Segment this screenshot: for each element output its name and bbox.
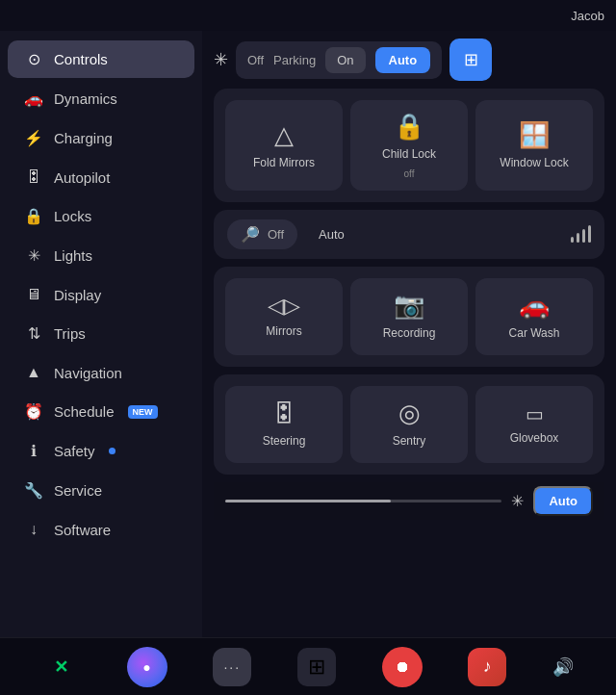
user-name: Jacob: [571, 9, 604, 23]
bar-1: [571, 237, 574, 243]
navigation-icon: ▲: [23, 364, 44, 381]
window-lock-button[interactable]: 🪟 Window Lock: [475, 100, 593, 191]
car-wash-icon: 🚗: [519, 291, 550, 321]
sidebar-label-schedule: Schedule: [54, 403, 115, 420]
sidebar-label-dynamics: Dynamics: [54, 90, 117, 107]
music-button[interactable]: ♪: [468, 648, 506, 686]
steering-button[interactable]: 🎛 Steering: [225, 386, 343, 463]
mirror-auto-label: Auto: [309, 221, 354, 247]
window-lock-label: Window Lock: [500, 156, 568, 171]
brightness-sun-icon: ✳: [511, 492, 524, 510]
sidebar-item-schedule[interactable]: ⏰ Schedule NEW: [8, 393, 194, 430]
mirror-toggle-icon: 🔎: [241, 225, 260, 244]
child-lock-button[interactable]: 🔒 Child Lock off: [350, 100, 468, 191]
bottom-brightness-bar: ✳ Auto: [214, 482, 604, 520]
sidebar-item-display[interactable]: 🖥 Display: [8, 276, 194, 313]
sidebar-item-service[interactable]: 🔧 Service: [8, 472, 194, 509]
recording-button[interactable]: 📷 Recording: [350, 278, 468, 355]
display-icon: 🖥: [23, 286, 44, 303]
sidebar-label-service: Service: [54, 482, 102, 499]
software-icon: ↓: [23, 521, 44, 538]
sidebar-item-controls[interactable]: ⊙ Controls: [8, 40, 194, 78]
sentry-icon: ◎: [398, 399, 421, 428]
sidebar-item-locks[interactable]: 🔒 Locks: [8, 197, 194, 235]
glovebox-icon: ▭: [526, 402, 544, 425]
sidebar-label-locks: Locks: [54, 208, 91, 224]
sentry-label: Sentry: [393, 434, 426, 450]
on-button[interactable]: On: [325, 47, 365, 73]
mirrors-icon: ◁▷: [268, 294, 300, 319]
sidebar-label-autopilot: Autopilot: [54, 169, 110, 186]
siri-icon: ●: [142, 659, 150, 675]
grid-3-controls: △ Fold Mirrors 🔒 Child Lock off 🪟 Window…: [225, 100, 593, 191]
mirror-signal-bars: [571, 225, 591, 243]
dash-icon-button[interactable]: ⊞: [449, 39, 492, 81]
media-controls-grid: ◁▷ Mirrors 📷 Recording 🚗 Car Wash: [214, 267, 604, 367]
brightness-slider[interactable]: [225, 500, 501, 502]
grid-3-media: ◁▷ Mirrors 📷 Recording 🚗 Car Wash: [225, 278, 593, 355]
x-icon-button[interactable]: ✕: [42, 648, 81, 686]
sidebar-item-charging[interactable]: ⚡ Charging: [8, 119, 194, 157]
taskbar: ✕ ● ··· ⊞ ⏺ ♪ 🔊: [0, 637, 616, 695]
child-lock-icon: 🔒: [394, 112, 424, 142]
controls-icon: ⊙: [23, 50, 44, 68]
glovebox-label: Glovebox: [510, 431, 559, 447]
top-bar: Jacob: [0, 0, 616, 31]
sidebar-label-trips: Trips: [54, 325, 86, 342]
fold-mirrors-label: Fold Mirrors: [253, 156, 315, 171]
content-area: ✳ Off Parking On Auto ⊞ △ Fold Mirrors 🔒: [202, 31, 616, 637]
mirror-toggle[interactable]: 🔎 Off: [227, 219, 297, 249]
fold-mirrors-button[interactable]: △ Fold Mirrors: [225, 100, 343, 191]
dots-icon: ···: [223, 659, 241, 675]
car-wash-label: Car Wash: [509, 326, 560, 342]
record-icon: ⏺: [395, 658, 410, 676]
charging-icon: ⚡: [23, 129, 44, 147]
sidebar-item-dynamics[interactable]: 🚗 Dynamics: [8, 80, 194, 117]
sidebar-item-navigation[interactable]: ▲ Navigation: [8, 354, 194, 391]
locks-icon: 🔒: [23, 207, 44, 225]
sentry-button[interactable]: ◎ Sentry: [350, 386, 468, 463]
top-controls-row: ✳ Off Parking On Auto ⊞: [214, 39, 604, 81]
extra-controls-grid: 🎛 Steering ◎ Sentry ▭ Glovebox: [214, 374, 604, 475]
window-lock-icon: 🪟: [519, 120, 550, 150]
grid-3-extra: 🎛 Steering ◎ Sentry ▭ Glovebox: [225, 386, 593, 463]
steering-label: Steering: [263, 434, 306, 450]
bar-3: [582, 229, 585, 243]
mirrors-button[interactable]: ◁▷ Mirrors: [225, 278, 343, 355]
sidebar-item-autopilot[interactable]: 🎛 Autopilot: [8, 159, 194, 195]
sidebar: ⊙ Controls 🚗 Dynamics ⚡ Charging 🎛 Autop…: [0, 31, 202, 637]
recording-label: Recording: [383, 326, 436, 342]
brightness-fill: [225, 500, 391, 502]
trips-icon: ⇅: [23, 324, 44, 343]
fold-mirrors-icon: △: [274, 120, 294, 150]
sidebar-label-navigation: Navigation: [54, 365, 122, 381]
auto-button-top[interactable]: Auto: [375, 47, 431, 73]
parking-label: Parking: [273, 53, 316, 67]
sidebar-item-software[interactable]: ↓ Software: [8, 511, 194, 548]
sidebar-item-trips[interactable]: ⇅ Trips: [8, 315, 194, 352]
auto-button-bottom[interactable]: Auto: [533, 486, 593, 516]
car-wash-button[interactable]: 🚗 Car Wash: [475, 278, 593, 355]
glovebox-button[interactable]: ▭ Glovebox: [475, 386, 593, 463]
sidebar-item-lights[interactable]: ✳ Lights: [8, 237, 194, 274]
files-button[interactable]: ⊞: [297, 648, 336, 686]
autopilot-icon: 🎛: [23, 168, 44, 186]
sidebar-label-display: Display: [54, 287, 101, 303]
dynamics-icon: 🚗: [23, 90, 44, 108]
mirror-controls-row: 🔎 Off Auto: [214, 210, 604, 259]
record-button[interactable]: ⏺: [382, 647, 423, 687]
service-icon: 🔧: [23, 481, 44, 500]
new-badge: NEW: [128, 405, 158, 419]
siri-button[interactable]: ●: [127, 647, 167, 687]
sidebar-item-safety[interactable]: ℹ Safety: [8, 432, 194, 470]
sidebar-label-charging: Charging: [54, 130, 113, 146]
dash-icon: ⊞: [464, 49, 478, 70]
quick-controls-grid: △ Fold Mirrors 🔒 Child Lock off 🪟 Window…: [214, 89, 604, 202]
light-off-label: Off: [247, 53, 264, 67]
main-layout: ⊙ Controls 🚗 Dynamics ⚡ Charging 🎛 Autop…: [0, 31, 616, 637]
dots-button[interactable]: ···: [213, 648, 251, 686]
recording-icon: 📷: [394, 291, 424, 321]
child-lock-label: Child Lock: [382, 147, 436, 163]
lights-icon: ✳: [23, 246, 44, 265]
bar-4: [588, 225, 591, 243]
